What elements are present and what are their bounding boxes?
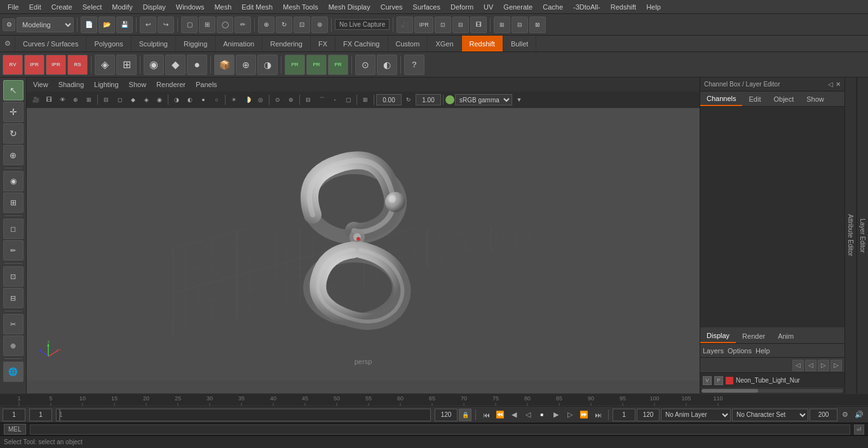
tab-rigging[interactable]: Rigging	[176, 36, 215, 51]
workspace-layout3[interactable]: ⊠	[529, 17, 546, 33]
menu-surfaces[interactable]: Surfaces	[408, 2, 445, 12]
shelf-pr1[interactable]: PR	[285, 55, 305, 75]
menu-select[interactable]: Select	[78, 2, 107, 12]
vp-cam-btn[interactable]: 🎥	[29, 93, 42, 106]
shelf-mat1[interactable]: ⊙	[355, 55, 376, 75]
render-seq-btn[interactable]: ⊟	[452, 17, 469, 33]
menu-mesh-display[interactable]: Mesh Display	[323, 2, 376, 12]
move-snap-btn[interactable]: ⊕	[258, 17, 275, 33]
vp-snap-curve[interactable]: ⌒	[315, 93, 328, 106]
vp-snap-grid[interactable]: ⊟	[302, 93, 315, 106]
layer-tab-display[interactable]: Display	[700, 329, 736, 343]
soft-select-icon[interactable]: ◉	[3, 171, 24, 191]
render-btn[interactable]: ⊡	[435, 17, 451, 33]
shelf-mat2[interactable]: ◐	[377, 55, 397, 75]
layer-p-btn[interactable]: P	[714, 376, 723, 385]
vp-grid-display[interactable]: ⊟	[100, 93, 112, 106]
ipr-btn[interactable]: IPR	[414, 17, 433, 33]
pb-first-frame-btn[interactable]: ⏮	[480, 409, 492, 421]
vp-measure[interactable]: ⊞	[359, 93, 372, 106]
pb-settings-btn[interactable]: ⚙	[839, 409, 851, 421]
tab-curves-surfaces[interactable]: Curves / Surfaces	[15, 36, 86, 51]
layer-icon-back[interactable]: ◁	[792, 360, 804, 371]
vp-shadow-btn[interactable]: 🌓	[241, 93, 254, 106]
range-lock-btn[interactable]: 🔒	[459, 409, 471, 421]
vp-smooth3[interactable]: ◉	[153, 93, 166, 106]
shelf-sphere[interactable]: ◉	[144, 55, 164, 75]
vp-shading1[interactable]: ◑	[170, 93, 183, 106]
workspace-layout1[interactable]: ⊞	[494, 17, 510, 33]
pb-next-key-btn[interactable]: ▷	[564, 409, 576, 421]
vp-menu-show[interactable]: Show	[126, 79, 149, 90]
help-menu[interactable]: Help	[756, 347, 770, 355]
ch-tab-object[interactable]: Object	[767, 92, 800, 106]
lasso-select-icon[interactable]: ◻	[3, 219, 24, 239]
tab-fx[interactable]: FX	[311, 36, 336, 51]
layer-icon-back2[interactable]: ◁	[805, 360, 817, 371]
menu-3dtoall[interactable]: -3DtoAll-	[568, 2, 606, 12]
universal-btn[interactable]: ⊛	[311, 17, 328, 33]
shelf-rs-light[interactable]: ◑	[257, 55, 278, 75]
extrude-icon[interactable]: ⊕	[3, 336, 24, 356]
panel-expand-icon[interactable]: ✕	[836, 81, 841, 88]
tab-settings-btn[interactable]: ⚙	[0, 36, 15, 51]
range-end-input[interactable]	[637, 409, 660, 421]
layer-tab-anim[interactable]: Anim	[771, 329, 800, 343]
timeline-ruler[interactable]: 1 5 10 15 20 25 30 35 40 45 50	[0, 393, 868, 406]
shelf-pr3[interactable]: PR	[328, 55, 348, 75]
frame-start-input[interactable]	[29, 409, 52, 421]
shelf-diamond[interactable]: ◆	[165, 55, 186, 75]
pb-prev-key-btn[interactable]: ◀	[508, 409, 520, 421]
frame-current-input[interactable]	[3, 409, 25, 421]
rs-sphere-icon[interactable]: 🌐	[3, 362, 24, 382]
shelf-logo[interactable]: RS	[67, 55, 88, 75]
save-btn[interactable]: 💾	[116, 17, 133, 33]
scale-snap-btn[interactable]: ⊡	[294, 17, 310, 33]
paint-select-icon[interactable]: ✏	[3, 240, 24, 261]
tab-fx-caching[interactable]: FX Caching	[336, 36, 388, 51]
vp-shading4[interactable]: ○	[210, 93, 223, 106]
cmd-input-field[interactable]	[30, 424, 850, 435]
select-tool-icon[interactable]: ↖	[3, 80, 24, 100]
tab-bullet[interactable]: Bullet	[503, 36, 537, 51]
layer-v-btn[interactable]: V	[703, 376, 712, 385]
shelf-rs-group[interactable]: ⊕	[236, 55, 256, 75]
tab-sculpting[interactable]: Sculpting	[132, 36, 176, 51]
vp-smooth[interactable]: ◆	[126, 93, 139, 106]
pb-last-frame-btn[interactable]: ⏭	[592, 409, 604, 421]
vp-iso2[interactable]: ⊚	[285, 93, 297, 106]
menu-modify[interactable]: Modify	[107, 2, 137, 12]
layer-editor-tab[interactable]: Layer Editor	[857, 78, 868, 393]
scale-tool-icon[interactable]: ⊕	[3, 145, 24, 165]
vp-grid-icon[interactable]: ⊞	[83, 93, 95, 106]
layers-menu[interactable]: Layers	[703, 347, 724, 355]
tab-rendering[interactable]: Rendering	[262, 36, 311, 51]
options-menu[interactable]: Options	[728, 347, 752, 355]
frame-end-input[interactable]	[435, 409, 458, 421]
tab-animation[interactable]: Animation	[215, 36, 262, 51]
vp-menu-shading[interactable]: Shading	[56, 79, 86, 90]
ch-tab-channels[interactable]: Channels	[700, 92, 742, 106]
vp-cam-rotate-icon[interactable]: ↻	[402, 93, 415, 106]
menu-file[interactable]: File	[3, 2, 24, 12]
lasso-btn[interactable]: ◯	[217, 17, 233, 33]
cmd-type-label[interactable]: MEL	[4, 424, 26, 435]
tab-polygons[interactable]: Polygons	[86, 36, 131, 51]
vp-smooth2[interactable]: ◈	[140, 93, 153, 106]
cmd-enter-btn[interactable]: ⏎	[854, 424, 864, 435]
render-cam-btn[interactable]: 🎞	[470, 17, 487, 33]
tab-xgen[interactable]: XGen	[428, 36, 461, 51]
pb-audio-btn[interactable]: 🔊	[853, 409, 865, 421]
menu-create[interactable]: Create	[46, 2, 78, 12]
char-set-dropdown[interactable]: No Character Set	[732, 409, 808, 421]
layer-scrollbar[interactable]	[700, 388, 844, 393]
menu-display[interactable]: Display	[138, 2, 171, 12]
paint-btn[interactable]: ✏	[234, 17, 251, 33]
multi-cut-icon[interactable]: ✂	[3, 314, 24, 334]
menu-edit-mesh[interactable]: Edit Mesh	[236, 2, 278, 12]
camera-value-input[interactable]	[376, 94, 402, 105]
layer-item[interactable]: V P Neon_Tube_Light_Nur	[700, 373, 844, 388]
shelf-pr2[interactable]: PR	[306, 55, 327, 75]
select-tool-btn[interactable]: ▢	[181, 17, 198, 33]
tab-redshift[interactable]: Redshift	[462, 36, 503, 51]
